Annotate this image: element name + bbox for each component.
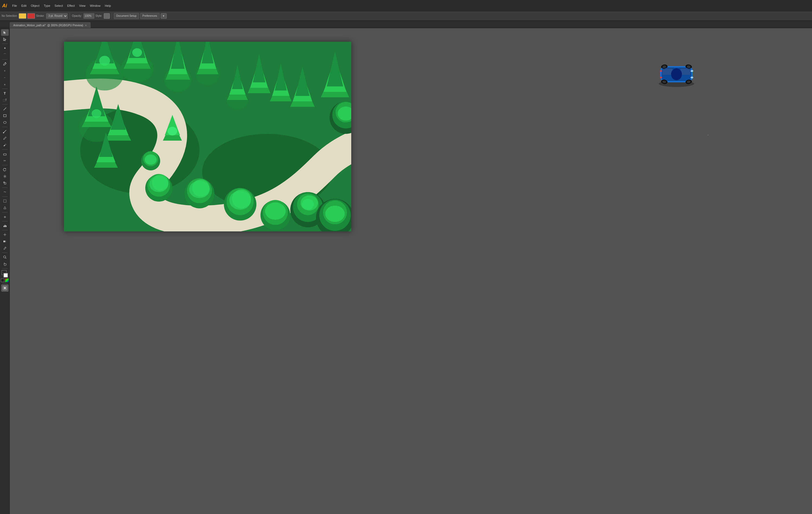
menu-view[interactable]: View [77,3,88,8]
svg-rect-11 [3,200,6,203]
tool-separator-3 [2,89,8,89]
magic-wand-tool[interactable]: ✦ [1,45,9,52]
perspective-tool[interactable] [1,205,9,211]
menu-object[interactable]: Object [29,3,41,8]
scissors-tool[interactable]: ✂ [1,157,9,164]
svg-point-4 [3,132,4,133]
menu-select[interactable]: Select [53,3,65,8]
left-toolbar: ✦ ⌒ + − ⌅ T ⬚T 🖌 ✂ [0,28,10,514]
menu-window[interactable]: Window [88,3,103,8]
svg-rect-5 [3,154,6,155]
car-object[interactable] [655,61,698,88]
artwork [64,42,351,232]
stroke-box[interactable] [3,273,8,278]
svg-rect-15 [6,225,6,227]
svg-point-102 [168,127,177,135]
screen-mode-button[interactable] [1,284,8,292]
stroke-select[interactable]: 3 pt. Round 1 pt. 2 pt. [46,13,68,19]
opacity-input[interactable] [84,13,94,19]
tool-separator-6 [2,149,8,150]
svg-point-20 [3,256,6,258]
opacity-label: Opacity: [72,14,82,17]
no-selection-label: No Selection [2,14,17,17]
rotate-tool[interactable] [1,167,9,173]
remove-anchor-tool[interactable]: − [1,74,9,81]
tool-separator-9 [2,196,8,197]
color-boxes[interactable] [1,270,9,278]
svg-point-119 [660,77,662,78]
svg-rect-14 [5,225,5,227]
column-graph-tool[interactable] [1,222,9,229]
svg-rect-13 [3,226,4,227]
menu-file[interactable]: File [10,3,19,8]
symbol-sprayer-tool[interactable]: ⊕ [1,213,9,220]
zoom-tool[interactable] [1,254,9,261]
tool-separator-8 [2,187,8,188]
direct-selection-tool[interactable] [1,36,9,42]
menu-edit[interactable]: Edit [20,3,28,8]
svg-point-0 [5,62,6,63]
document-setup-button[interactable]: Document Setup [114,13,139,19]
view-options-button[interactable]: ▼ [161,13,167,19]
control-toolbar: No Selection Stroke: 3 pt. Round 1 pt. 2… [0,11,812,21]
menu-effect[interactable]: Effect [65,3,77,8]
svg-point-80 [229,191,251,210]
divider-2 [112,13,112,19]
none-icon[interactable] [1,278,4,282]
document-tab[interactable]: Animation_Motion_path.ai* @ 300% (RGB/GP… [10,22,90,28]
svg-point-36 [132,48,142,57]
lasso-tool[interactable]: ⌒ [1,52,9,58]
eyedropper-tool[interactable] [1,245,9,251]
pen-tool[interactable] [1,61,9,67]
ellipse-tool[interactable] [1,119,9,126]
rectangle-tool[interactable] [1,113,9,119]
pencil-tool[interactable] [1,135,9,142]
free-transform-tool[interactable] [1,198,9,204]
menu-bar: Ai File Edit Object Type Select Effect V… [0,0,812,11]
svg-point-83 [265,203,286,220]
canvas-area[interactable]: + [10,28,812,514]
line-tool[interactable] [1,106,9,112]
app-logo: Ai [2,3,7,9]
preferences-button[interactable]: Preferences [140,13,160,19]
reflect-tool[interactable] [1,173,9,180]
anchor-convert-tool[interactable]: ⌅ [1,81,9,88]
svg-rect-18 [3,241,6,242]
gradient-tool[interactable] [1,238,9,245]
eraser-tool[interactable] [1,151,9,157]
add-anchor-tool[interactable]: + [1,67,9,74]
hand-tool[interactable] [1,261,9,267]
svg-rect-23 [4,287,6,289]
stroke-label: Stroke: [36,14,45,17]
svg-line-1 [3,108,6,110]
blob-brush-tool[interactable]: 🖌 [1,142,9,148]
type-tool[interactable]: T [1,90,9,96]
svg-rect-2 [3,115,6,117]
tool-separator-5 [2,127,8,127]
gradient-icon[interactable] [5,278,9,282]
svg-point-3 [3,121,6,124]
selection-tool[interactable] [1,29,9,36]
area-type-tool[interactable]: ⬚T [1,97,9,103]
tool-separator-1 [2,43,8,44]
scale-tool[interactable] [1,180,9,186]
stroke-color-swatch[interactable] [27,13,35,19]
svg-point-88 [302,199,314,210]
svg-point-107 [671,68,682,80]
mesh-tool[interactable] [1,232,9,238]
style-swatch[interactable] [104,13,110,19]
menu-type[interactable]: Type [42,3,52,8]
tab-close-button[interactable]: ✕ [85,24,87,27]
fill-color-swatch[interactable] [19,13,26,19]
warp-tool[interactable]: 〜 [1,189,9,195]
svg-point-31 [99,56,110,66]
paintbrush-tool[interactable] [1,128,9,135]
tool-separator-10 [2,212,8,212]
crosshair-marker: + [707,134,709,135]
svg-point-117 [691,77,693,79]
tool-separator-14 [2,268,8,269]
svg-point-105 [145,154,157,165]
fill-stroke-icons [1,278,9,282]
menu-help[interactable]: Help [103,3,113,8]
tab-info: @ 300% (RGB/GPU Preview) [48,24,83,27]
